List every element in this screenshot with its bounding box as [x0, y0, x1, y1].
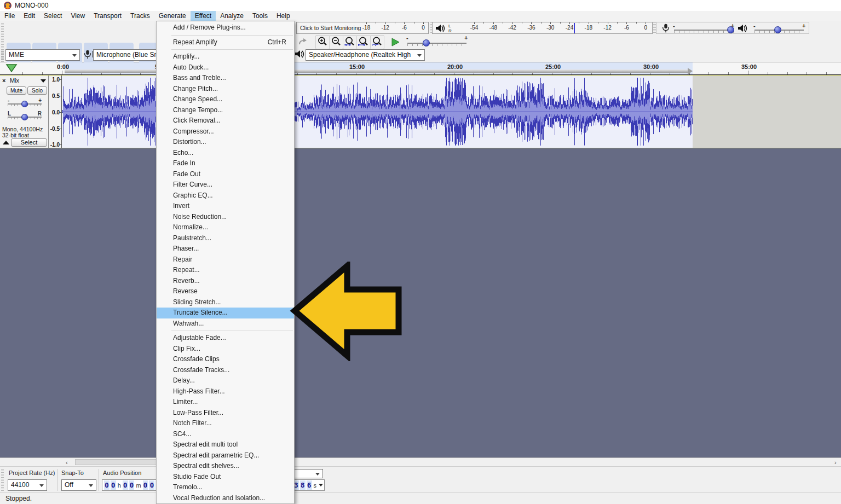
menu-item-clip-fix[interactable]: Clip Fix...	[157, 344, 294, 355]
menu-item-vocal-reduction-and-isolation[interactable]: Vocal Reduction and Isolation...	[157, 493, 294, 504]
menu-item-compressor[interactable]: Compressor...	[157, 126, 294, 137]
time-digit[interactable]: 0	[149, 480, 154, 490]
pan-slider-thumb[interactable]	[21, 114, 28, 120]
menu-item-spectral-edit-parametric-eq[interactable]: Spectral edit parametric EQ...	[157, 450, 294, 461]
menu-item-auto-duck[interactable]: Auto Duck...	[157, 62, 294, 73]
menu-item-tremolo[interactable]: Tremolo...	[157, 482, 294, 493]
time-digit[interactable]: 8	[300, 480, 306, 490]
menu-item-change-speed[interactable]: Change Speed...	[157, 94, 294, 105]
menu-item-fade-in[interactable]: Fade In	[157, 158, 294, 169]
collapse-track-icon[interactable]	[3, 141, 9, 144]
menu-item-low-pass-filter[interactable]: Low-Pass Filter...	[157, 408, 294, 419]
menu-view[interactable]: View	[66, 11, 89, 21]
menu-item-sliding-stretch[interactable]: Sliding Stretch...	[157, 297, 294, 308]
menu-transport[interactable]: Transport	[89, 11, 126, 21]
menu-effect[interactable]: Effect	[191, 11, 216, 21]
toolbar-grip[interactable]	[1, 50, 4, 62]
fit-selection-button[interactable]	[343, 35, 357, 49]
zoom-toggle-button[interactable]	[370, 35, 384, 49]
menu-item-delay[interactable]: Delay...	[157, 375, 294, 386]
menu-item-adjustable-fade[interactable]: Adjustable Fade...	[157, 333, 294, 344]
menu-analyze[interactable]: Analyze	[216, 11, 248, 21]
menu-item-repeat-amplify[interactable]: Repeat AmplifyCtrl+R	[157, 37, 294, 48]
record-volume-thumb[interactable]	[727, 26, 734, 33]
menu-item-high-pass-filter[interactable]: High-Pass Filter...	[157, 386, 294, 397]
zoom-in-button[interactable]	[315, 35, 330, 49]
menu-item-crossfade-tracks[interactable]: Crossfade Tracks...	[157, 365, 294, 376]
track-name[interactable]: Mix	[10, 77, 19, 84]
pinned-play-head-button[interactable]	[5, 63, 20, 74]
menu-item-reverb[interactable]: Reverb...	[157, 276, 294, 287]
menu-item-echo[interactable]: Echo...	[157, 148, 294, 159]
timeline-ruler[interactable]: 0:005:0010:0015:0020:0025:0030:0035:00	[0, 62, 841, 75]
vertical-scale-ruler[interactable]: 1.00.50.0-0.5-1.0	[49, 76, 62, 148]
gain-slider[interactable]: - +	[8, 99, 42, 106]
playback-volume-thumb[interactable]	[774, 26, 781, 33]
menu-item-phaser[interactable]: Phaser...	[157, 244, 294, 254]
time-digit[interactable]: 6	[307, 480, 312, 490]
menu-select[interactable]: Select	[39, 11, 66, 21]
horizontal-scrollbar[interactable]: ‹ ›	[0, 457, 841, 466]
time-digit[interactable]: 0	[129, 480, 135, 490]
menu-item-change-pitch[interactable]: Change Pitch...	[157, 84, 294, 95]
menu-item-noise-reduction[interactable]: Noise Reduction...	[157, 212, 294, 223]
menu-item-sc4[interactable]: SC4...	[157, 429, 294, 440]
menu-item-add-remove-plug-ins[interactable]: Add / Remove Plug-ins...	[157, 22, 294, 33]
menu-tools[interactable]: Tools	[248, 11, 272, 21]
fit-project-button[interactable]	[356, 35, 371, 49]
pan-slider[interactable]: L R	[8, 112, 42, 119]
menu-item-amplify[interactable]: Amplify...	[157, 51, 294, 62]
time-digit[interactable]: 0	[123, 480, 128, 490]
menu-item-studio-fade-out[interactable]: Studio Fade Out	[157, 472, 294, 483]
playback-device-select[interactable]: Speaker/Headphone (Realtek High	[306, 49, 425, 61]
redo-button[interactable]	[296, 35, 310, 49]
menu-item-change-tempo[interactable]: Change Tempo...	[157, 105, 294, 116]
menu-item-wahwah[interactable]: Wahwah...	[157, 318, 294, 329]
time-digit[interactable]: 0	[111, 480, 116, 490]
menu-item-normalize[interactable]: Normalize...	[157, 222, 294, 233]
playback-meter[interactable]: L R -54-48-42-36-30-24-18-12-60	[432, 22, 653, 34]
menu-item-paulstretch[interactable]: Paulstretch...	[157, 233, 294, 244]
gain-slider-thumb[interactable]	[21, 101, 28, 107]
menu-help[interactable]: Help	[272, 11, 295, 21]
zoom-out-button[interactable]	[329, 35, 343, 49]
time-digit[interactable]: 0	[104, 480, 110, 490]
audio-host-select[interactable]: MME	[5, 49, 80, 61]
time-digit[interactable]: h	[117, 482, 122, 489]
track-close-button[interactable]: ×	[2, 77, 5, 84]
menu-item-click-removal[interactable]: Click Removal...	[157, 115, 294, 126]
speed-slider-thumb[interactable]	[423, 39, 430, 47]
recording-meter[interactable]: Click to Start Monitoring -18-12-60	[296, 22, 429, 34]
menu-file[interactable]: File	[0, 11, 19, 21]
play-at-speed-button[interactable]	[387, 35, 404, 49]
menu-tracks[interactable]: Tracks	[126, 11, 154, 21]
scroll-left-arrow[interactable]: ‹	[66, 459, 68, 466]
menu-item-spectral-edit-shelves[interactable]: Spectral edit shelves...	[157, 461, 294, 472]
menu-item-bass-and-treble[interactable]: Bass and Treble...	[157, 73, 294, 84]
track-menu-arrow-icon[interactable]	[41, 79, 46, 83]
menu-item-repeat[interactable]: Repeat...	[157, 265, 294, 276]
mute-button[interactable]: Mute	[7, 86, 26, 95]
time-field-caret[interactable]	[319, 484, 323, 486]
track-select-button[interactable]: Select	[11, 138, 47, 147]
menu-item-limiter[interactable]: Limiter...	[157, 397, 294, 408]
menu-item-invert[interactable]: Invert	[157, 201, 294, 212]
menu-item-filter-curve[interactable]: Filter Curve...	[157, 179, 294, 190]
time-digit[interactable]: s	[313, 482, 318, 489]
menu-item-graphic-eq[interactable]: Graphic EQ...	[157, 190, 294, 201]
snap-to-select[interactable]: Off	[61, 479, 96, 491]
time-digit[interactable]: m	[135, 482, 142, 489]
menu-item-truncate-silence[interactable]: Truncate Silence...	[157, 308, 294, 318]
menu-item-fade-out[interactable]: Fade Out	[157, 169, 294, 180]
time-digit[interactable]: 0	[143, 480, 148, 490]
menu-item-crossfade-clips[interactable]: Crossfade Clips	[157, 354, 294, 365]
menu-item-reverse[interactable]: Reverse	[157, 286, 294, 297]
title-bar[interactable]: MONO-000	[0, 0, 841, 11]
solo-button[interactable]: Solo	[27, 86, 47, 95]
scroll-right-arrow[interactable]: ›	[834, 459, 837, 466]
menu-generate[interactable]: Generate	[154, 11, 191, 21]
project-rate-select[interactable]: 44100	[8, 479, 47, 491]
menu-item-repair[interactable]: Repair	[157, 254, 294, 265]
toolbar-grip[interactable]	[1, 469, 4, 491]
menu-edit[interactable]: Edit	[19, 11, 39, 21]
